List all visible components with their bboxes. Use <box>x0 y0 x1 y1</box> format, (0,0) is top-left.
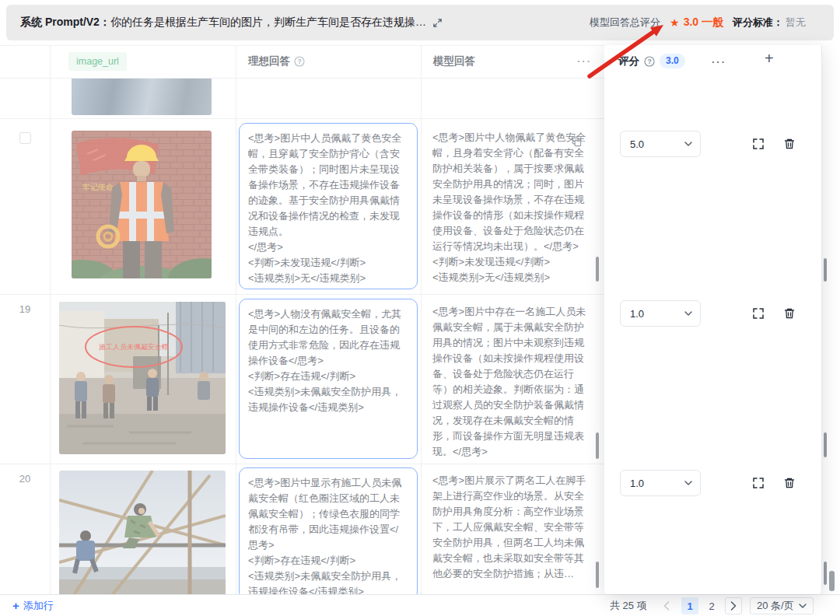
chevron-down-icon <box>799 604 807 608</box>
row-number: 20 <box>0 473 50 485</box>
fullscreen-icon <box>752 138 765 150</box>
ideal-answer-label: 理想回答 <box>248 54 290 68</box>
fullscreen-icon <box>752 307 765 320</box>
main-scrollbar[interactable] <box>829 571 835 591</box>
construction-site-image[interactable]: 施工人员未佩戴安全帽 <box>59 302 226 454</box>
criteria-label: 评分标准： <box>733 16 783 30</box>
row-scrollbar[interactable] <box>824 562 827 585</box>
score-value: 1.0 <box>630 478 644 489</box>
delete-row-button[interactable] <box>782 475 797 491</box>
expand-row-button[interactable] <box>751 475 766 491</box>
model-answer-label: 模型回答 <box>433 54 475 68</box>
score-criteria: 评分标准： 暂无 <box>733 16 806 30</box>
column-header-score: 评分 ? 3.0 <box>618 54 685 68</box>
chevron-down-icon <box>684 142 692 146</box>
add-row-button[interactable]: + 添加行 <box>12 595 54 616</box>
pagination-prev-button[interactable] <box>658 597 675 614</box>
column-menu-icon[interactable]: ··· <box>577 56 592 66</box>
score-select[interactable]: 1.0 <box>620 300 701 327</box>
copy-icon[interactable] <box>572 137 582 147</box>
ideal-answer-cell[interactable]: <思考>人物没有佩戴安全帽，尤其是中间的和左边的任务。且设备的使用方式非常危险，… <box>239 299 418 459</box>
page-size-value: 20 条/页 <box>757 599 794 613</box>
scaffolding-image[interactable] <box>59 471 226 599</box>
cell-scrollbar[interactable] <box>596 432 599 459</box>
expand-row-button[interactable] <box>751 306 766 321</box>
score-column-panel: 评分 ? 3.0 ··· + 5.0 1.0 1.0 <box>604 45 822 594</box>
fullscreen-icon <box>752 477 765 489</box>
score-select[interactable]: 1.0 <box>620 470 701 496</box>
delete-row-button[interactable] <box>782 306 797 321</box>
score-column-menu-icon[interactable]: ··· <box>712 57 726 67</box>
cell-scrollbar[interactable] <box>596 562 599 588</box>
delete-row-button[interactable] <box>782 136 797 152</box>
row-checkbox[interactable] <box>19 132 31 144</box>
total-score-rating: ★ 3.0 一般 <box>670 16 723 30</box>
score-average-badge: 3.0 <box>660 54 685 68</box>
help-icon[interactable]: ? <box>294 56 305 67</box>
trash-icon <box>783 307 796 320</box>
svg-text:?: ? <box>297 58 301 65</box>
row-scrollbar[interactable] <box>824 432 827 457</box>
app-root: 系统 Prompt/V2：你的任务是根据生产车间的图片，判断生产车间是否存在违规… <box>0 0 840 616</box>
trash-icon <box>783 477 796 489</box>
grid-line <box>0 294 604 295</box>
chevron-right-icon <box>730 601 737 611</box>
grid-line <box>0 464 604 464</box>
chevron-down-icon <box>684 481 692 485</box>
prompt-title-text: 你的任务是根据生产车间的图片，判断生产车间是否存在违规操… <box>110 16 426 28</box>
score-value: 5.0 <box>630 138 644 150</box>
row-number: 19 <box>0 303 50 315</box>
worker-portrait-image[interactable]: 牢记使命 <box>72 131 212 278</box>
svg-text:牢记使命: 牢记使命 <box>82 183 114 191</box>
chevron-down-icon <box>684 311 692 316</box>
score-summary-group: 模型回答总评分 ★ 3.0 一般 评分标准： 暂无 <box>590 16 806 30</box>
svg-text:施工人员未佩戴安全帽: 施工人员未佩戴安全帽 <box>99 343 169 351</box>
expand-prompt-icon[interactable] <box>432 18 443 28</box>
star-icon: ★ <box>670 16 680 29</box>
criteria-value: 暂无 <box>786 16 806 30</box>
pagination-page-2[interactable]: 2 <box>703 597 720 614</box>
pagination-total: 共 25 项 <box>610 595 647 616</box>
page-size-select[interactable]: 20 条/页 <box>750 597 814 614</box>
model-answer-cell[interactable]: <思考>图片展示了两名工人在脚手架上进行高空作业的场景。从安全防护用具角度分析：… <box>432 473 588 594</box>
ideal-answer-cell[interactable]: <思考>图片中显示有施工人员未佩戴安全帽（红色圈注区域的工人未佩戴安全帽）；传绿… <box>239 467 418 600</box>
plus-icon: + <box>12 599 19 612</box>
add-column-button[interactable]: + <box>765 50 774 68</box>
grid-line <box>0 78 604 79</box>
chevron-left-icon <box>663 601 670 611</box>
pagination-next-button[interactable] <box>725 597 742 614</box>
score-value: 1.0 <box>630 308 644 320</box>
column-header-image-url[interactable]: image_url <box>68 52 127 71</box>
column-header-model-answer: 模型回答 <box>433 45 475 78</box>
cell-scrollbar[interactable] <box>596 257 599 282</box>
prompt-title-prefix: 系统 Prompt/V2： <box>20 16 110 28</box>
system-prompt-bar: 系统 Prompt/V2：你的任务是根据生产车间的图片，判断生产车间是否存在违规… <box>6 5 834 40</box>
grid-line <box>50 45 51 594</box>
total-score-value: 3.0 一般 <box>684 16 723 30</box>
add-row-label: 添加行 <box>23 599 54 613</box>
expand-row-button[interactable] <box>751 136 766 152</box>
total-score-label: 模型回答总评分 <box>590 16 660 30</box>
help-icon[interactable]: ? <box>644 56 655 67</box>
model-answer-cell[interactable]: <思考>图片中存在一名施工人员未佩戴安全帽，属于未佩戴安全防护用具的情况；图片中… <box>432 304 588 460</box>
grid-line <box>0 118 604 119</box>
grid-line <box>236 45 236 594</box>
ideal-answer-cell[interactable]: <思考>图片中人员佩戴了黄色安全帽，且穿戴了安全防护背心（含安全带类装备）；同时… <box>239 123 418 289</box>
svg-text:?: ? <box>647 58 651 65</box>
previous-row-image[interactable] <box>72 78 212 115</box>
pagination-page-1[interactable]: 1 <box>681 597 698 614</box>
column-header-ideal-answer: 理想回答 ? <box>248 45 305 78</box>
system-prompt-title: 系统 Prompt/V2：你的任务是根据生产车间的图片，判断生产车间是否存在违规… <box>6 16 443 30</box>
score-select[interactable]: 5.0 <box>620 131 701 157</box>
model-answer-cell[interactable]: <思考>图片中人物佩戴了黄色安全帽，且身着安全背心（配备有安全防护相关装备），属… <box>432 130 588 285</box>
table-footer: + 添加行 共 25 项 1 2 20 条/页 <box>0 594 840 616</box>
trash-icon <box>783 138 796 150</box>
score-label: 评分 <box>618 54 639 68</box>
grid-line <box>421 45 422 594</box>
row-scrollbar[interactable] <box>824 258 827 282</box>
